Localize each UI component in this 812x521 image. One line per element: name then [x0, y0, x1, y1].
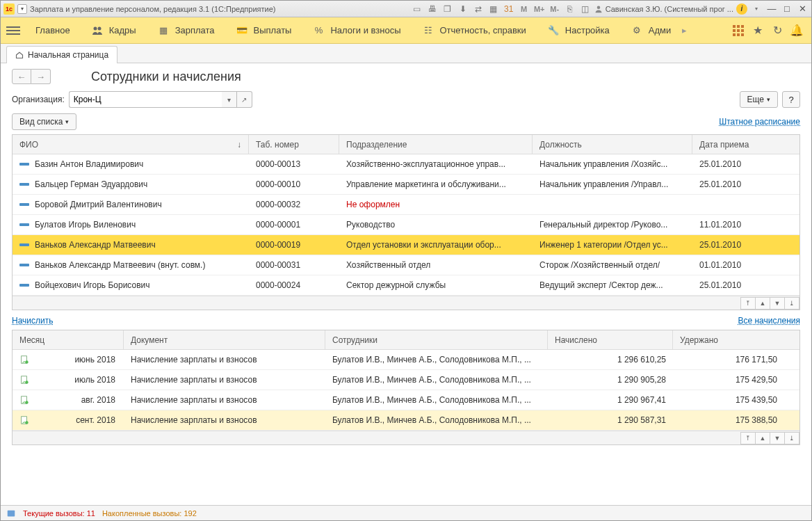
status-icon [6, 508, 16, 518]
maximize-button[interactable]: □ [781, 3, 793, 15]
star-icon[interactable]: ★ [749, 22, 767, 40]
cell-pos: Генеральный директор /Руково... [533, 220, 692, 230]
accrue-link[interactable]: Начислить [12, 316, 53, 326]
compare-icon[interactable]: ⇄ [472, 3, 485, 15]
nav-taxes[interactable]: %Налоги и взносы [302, 17, 410, 43]
print-preview-icon[interactable]: ▭ [411, 3, 423, 15]
minimize-button[interactable]: — [765, 3, 778, 15]
org-input[interactable] [69, 91, 222, 108]
user-label[interactable]: Савинская З.Ю. (Системный прог ... [594, 5, 733, 13]
copy-icon[interactable]: ❐ [441, 3, 454, 15]
combo-dropdown-icon[interactable]: ▾ [222, 91, 237, 108]
panel-icon[interactable]: ◫ [579, 3, 592, 15]
th-doc[interactable]: Документ [124, 330, 325, 349]
nav-salary[interactable]: ▦Зарплата [147, 17, 225, 43]
bell-icon[interactable]: 🔔 [788, 22, 806, 40]
percent-icon: % [312, 25, 325, 35]
calc-icon[interactable]: ▦ [487, 3, 500, 15]
link-icon[interactable]: ⎘ [564, 3, 576, 15]
forward-button[interactable]: → [31, 69, 51, 84]
th-acc[interactable]: Начислено [548, 330, 673, 349]
content: ← → Сотрудники и начисления Организация:… [1, 63, 811, 505]
nav-payments[interactable]: 💳Выплаты [226, 17, 302, 43]
table2-first-icon[interactable]: ⤒ [740, 432, 756, 444]
cell-pos: Начальник управления /Управл... [533, 179, 692, 189]
th-date[interactable]: Дата приема [692, 135, 783, 154]
cell-acc: 1 296 610,25 [548, 355, 673, 364]
row-icon [19, 163, 29, 166]
table2-down-icon[interactable]: ▼ [770, 432, 785, 444]
tab-home[interactable]: Начальная страница [6, 46, 117, 63]
table2-last-icon[interactable]: ⤓ [784, 432, 799, 444]
cell-tab: 0000-00001 [249, 220, 339, 230]
table-row[interactable]: июнь 2018Начисление зарплаты и взносовБу… [13, 350, 799, 370]
th-ded[interactable]: Удержано [673, 330, 784, 349]
table-row[interactable]: Бальцер Герман Эдуардович0000-00010Управ… [13, 175, 799, 195]
close-button[interactable]: ✕ [796, 3, 809, 15]
cell-doc: Начисление зарплаты и взносов [124, 415, 325, 425]
table-row[interactable]: сент. 2018Начисление зарплаты и взносовБ… [13, 410, 799, 431]
view-list-button[interactable]: Вид списка▾ [12, 113, 76, 130]
cell-dept: Не оформлен [339, 200, 533, 209]
cell-month: сент. 2018 [76, 415, 115, 425]
table-row[interactable]: Базин Антон Владимирович0000-00013Хозяйс… [13, 154, 799, 175]
help-button[interactable]: ? [782, 91, 800, 108]
nav-reports[interactable]: ☷Отчетность, справки [412, 17, 536, 43]
doc-icon [19, 355, 29, 364]
nav-more-icon[interactable]: ▸ [682, 25, 687, 35]
zoom-mminus-icon[interactable]: M- [549, 3, 561, 15]
table-row[interactable]: авг. 2018Начисление зарплаты и взносовБу… [13, 390, 799, 410]
more-button[interactable]: Еще▾ [740, 91, 778, 108]
combo-open-icon[interactable]: ↗ [237, 91, 252, 108]
table-up-icon[interactable]: ▲ [755, 297, 770, 310]
table-icon: ▦ [157, 25, 170, 35]
th-pos[interactable]: Должность [533, 135, 692, 154]
table-row[interactable]: Ваньков Александр Матвеевич (внут. совм.… [13, 255, 799, 275]
employees-table: ФИО↓ Таб. номер Подразделение Должность … [12, 134, 800, 310]
cell-ded: 176 171,50 [673, 355, 784, 364]
print-icon[interactable]: 🖶 [426, 3, 439, 15]
table-row[interactable]: Булатов Игорь Виленович0000-00001Руковод… [13, 215, 799, 235]
zoom-m-icon[interactable]: M [518, 3, 530, 15]
cell-tab: 0000-00019 [249, 240, 339, 250]
cell-fio: Булатов Игорь Виленович [35, 220, 136, 230]
table2-up-icon[interactable]: ▲ [755, 432, 770, 444]
nav-settings[interactable]: 🔧Настройка [537, 17, 619, 43]
cell-acc: 1 290 967,41 [548, 395, 673, 405]
th-emp[interactable]: Сотрудники [325, 330, 548, 349]
dropdown-icon[interactable]: ▾ [17, 4, 27, 14]
info-icon[interactable]: i [736, 3, 747, 15]
apps-icon[interactable] [729, 22, 747, 40]
table-row[interactable]: Ваньков Александр Матвеевич0000-00019Отд… [13, 235, 799, 255]
back-button[interactable]: ← [12, 69, 31, 84]
table-first-icon[interactable]: ⤒ [740, 297, 756, 310]
menu-icon[interactable] [6, 24, 20, 38]
save-icon[interactable]: ⬇ [457, 3, 469, 15]
svg-point-10 [25, 421, 28, 424]
org-combo[interactable]: ▾ ↗ [69, 91, 252, 108]
doc-icon: ☷ [422, 25, 435, 35]
cell-tab: 0000-00024 [249, 280, 339, 290]
cell-date: 25.01.2010 [692, 159, 783, 169]
nav-admin[interactable]: ⚙Адми [621, 17, 681, 43]
table-last-icon[interactable]: ⤓ [784, 297, 799, 310]
th-month[interactable]: Месяц [13, 330, 124, 349]
table-row[interactable]: Боровой Дмитрий Валентинович0000-00032Не… [13, 195, 799, 215]
table-row[interactable]: Войцехович Игорь Борисович0000-00024Сект… [13, 275, 799, 296]
table-row[interactable]: июль 2018Начисление зарплаты и взносовБу… [13, 370, 799, 390]
info-dd-icon[interactable]: ▾ [750, 3, 763, 15]
th-tab[interactable]: Таб. номер [249, 135, 339, 154]
nav-main[interactable]: Главное [26, 17, 80, 43]
nav-kadry[interactable]: Кадры [81, 17, 146, 43]
history-icon[interactable]: ↻ [768, 22, 786, 40]
main-nav: Главное Кадры ▦Зарплата 💳Выплаты %Налоги… [1, 17, 811, 44]
table-down-icon[interactable]: ▼ [770, 297, 785, 310]
all-accruals-link[interactable]: Все начисления [738, 316, 800, 326]
staff-schedule-link[interactable]: Штатное расписание [719, 117, 800, 127]
cell-ded: 175 429,50 [673, 375, 784, 385]
th-dept[interactable]: Подразделение [339, 135, 533, 154]
th-fio[interactable]: ФИО↓ [13, 135, 249, 154]
calendar-icon[interactable]: 31 [503, 3, 515, 15]
cell-pos: Инженер 1 категории /Отдел ус... [533, 240, 692, 250]
zoom-mplus-icon[interactable]: M+ [533, 3, 546, 15]
